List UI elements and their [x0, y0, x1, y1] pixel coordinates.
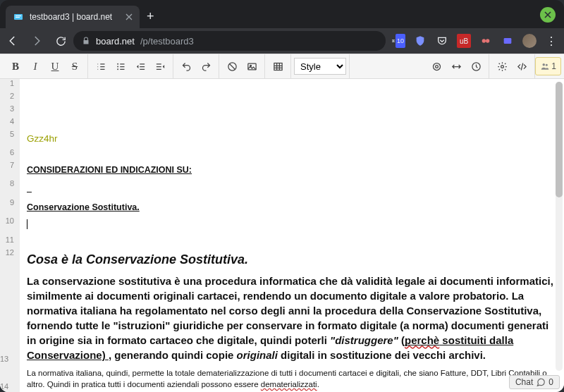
line-number: 5	[0, 130, 20, 148]
scrollbar-thumb[interactable]	[556, 82, 563, 197]
svg-point-18	[546, 64, 548, 66]
undo-icon[interactable]	[176, 56, 196, 76]
line-number: 4	[0, 117, 20, 130]
insert-table-icon[interactable]	[268, 56, 288, 76]
settings-icon[interactable]	[492, 56, 512, 76]
svg-point-4	[486, 39, 489, 42]
underline-button[interactable]: U	[45, 56, 65, 76]
bold-button[interactable]: B	[6, 56, 25, 76]
shield-icon[interactable]	[413, 34, 427, 48]
reload-button-icon[interactable]	[54, 34, 68, 48]
svg-rect-5	[504, 38, 512, 44]
svg-point-13	[433, 63, 440, 70]
tab-favicon	[13, 11, 24, 23]
extension-icon[interactable]: 10	[391, 34, 405, 48]
editor-scrollbar[interactable]	[556, 82, 563, 371]
extension-icon-3[interactable]	[501, 34, 515, 48]
users-online-button[interactable]: 1	[535, 57, 561, 75]
svg-point-16	[501, 65, 503, 68]
paragraph-title[interactable]: Cosa è la Conservazione Sostitutiva.	[27, 251, 557, 268]
svg-rect-12	[274, 63, 281, 70]
chat-count: 0	[548, 377, 553, 387]
browser-address-bar: board.net/p/testboard3 10 uB ⋮	[0, 28, 564, 54]
line-number: 8	[0, 179, 20, 197]
window-close-button[interactable]	[540, 7, 556, 23]
ordered-list-icon[interactable]	[91, 56, 111, 76]
browser-tab-bar: testboard3 | board.net +	[0, 0, 564, 28]
paragraph-body[interactable]: La conservazione sostitutiva è una proce…	[27, 274, 557, 362]
chat-button[interactable]: Chat 0	[509, 375, 560, 389]
paragraph-small[interactable]: La normativa italiana, quindi, permette …	[27, 368, 557, 390]
line-number: 9	[0, 198, 20, 216]
svg-rect-2	[16, 17, 20, 18]
users-count: 1	[551, 61, 556, 71]
tab-close-icon[interactable]	[125, 13, 133, 20]
svg-rect-1	[16, 16, 21, 16]
browser-tab[interactable]: testboard3 | board.net	[6, 6, 140, 28]
browser-menu-icon[interactable]: ⋮	[544, 34, 558, 48]
line-number: 3	[0, 104, 20, 117]
section-heading[interactable]: CONSIDERAZIONI ED INDICAZIONI SU:	[27, 165, 192, 175]
line-number: 11	[0, 235, 20, 248]
line-number: 6	[0, 148, 20, 161]
unordered-list-icon[interactable]	[111, 56, 130, 76]
back-button-icon[interactable]	[6, 34, 20, 48]
url-box[interactable]: board.net/p/testboard3	[73, 31, 386, 51]
svg-point-3	[482, 39, 486, 42]
insert-image-icon[interactable]	[242, 56, 262, 76]
line-number: 10	[0, 216, 20, 235]
pocket-icon[interactable]	[435, 34, 449, 48]
chat-label: Chat	[515, 377, 533, 387]
svg-point-6	[117, 63, 118, 64]
section-subheading[interactable]: Conservazione Sostitutiva.	[27, 202, 140, 212]
line-number: 13	[0, 271, 20, 365]
svg-point-8	[117, 68, 118, 70]
import-export-icon[interactable]	[446, 56, 466, 76]
ublock-icon[interactable]: uB	[457, 34, 471, 48]
clear-formatting-icon[interactable]	[222, 56, 242, 76]
author-tag: Gzz4hr	[27, 133, 58, 144]
lock-icon	[82, 37, 90, 45]
profile-avatar[interactable]	[522, 34, 537, 48]
line-number: 14	[0, 365, 20, 392]
tab-title: testboard3 | board.net	[30, 12, 120, 22]
new-tab-button[interactable]: +	[140, 5, 161, 28]
saved-revisions-icon[interactable]	[466, 56, 486, 76]
outdent-icon[interactable]	[130, 56, 150, 76]
embed-icon[interactable]	[512, 56, 532, 76]
url-host: board.net	[96, 36, 135, 47]
text-cursor[interactable]	[20, 216, 564, 235]
extension-icon-2[interactable]	[479, 34, 493, 48]
line-number: 1	[0, 79, 20, 92]
svg-point-14	[435, 65, 438, 68]
style-select[interactable]: Style	[294, 58, 346, 75]
timeslider-icon[interactable]	[427, 56, 446, 76]
italic-button[interactable]: I	[25, 56, 45, 76]
svg-point-17	[543, 63, 546, 66]
url-path: /p/testboard3	[140, 36, 194, 47]
indent-icon[interactable]	[150, 56, 170, 76]
strikethrough-button[interactable]: S	[65, 56, 85, 76]
line-number: 7	[0, 161, 20, 179]
svg-point-7	[117, 66, 118, 67]
editor-toolbar: B I U S Style	[0, 54, 564, 79]
redo-icon[interactable]	[196, 56, 216, 76]
line-number: 2	[0, 92, 20, 104]
forward-button-icon[interactable]	[30, 34, 44, 48]
line-number: 12	[0, 248, 20, 271]
